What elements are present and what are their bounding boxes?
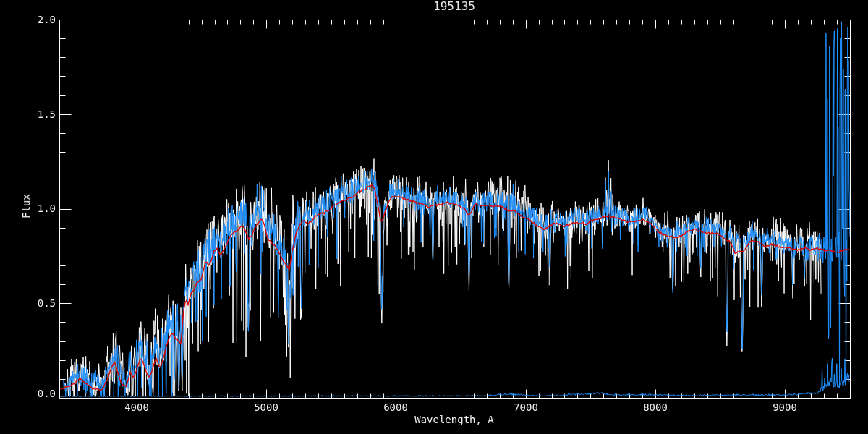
spectrum-chart: 195135 Flux Wavelength, A 2.0 1.5 1.0 0.… [0,0,868,434]
x-tick-label-8000: 8000 [643,401,668,413]
x-axis-title: Wavelength, A [414,414,494,425]
chart-title: 195135 [433,1,475,12]
x-tick-label-4000: 4000 [124,401,149,413]
x-tick-label-6000: 6000 [383,401,408,413]
x-tick-label-7000: 7000 [514,401,538,413]
y-tick-label-1.5: 1.5 [22,109,56,120]
y-tick-label-0.5: 0.5 [22,297,56,309]
x-tick-label-9000: 9000 [773,401,797,413]
plot-canvas [0,0,868,434]
y-tick-label-1.0: 1.0 [22,203,56,214]
y-tick-label-2.0: 2.0 [22,14,56,25]
x-tick-label-5000: 5000 [254,401,278,413]
y-tick-label-0.0: 0.0 [22,388,56,399]
